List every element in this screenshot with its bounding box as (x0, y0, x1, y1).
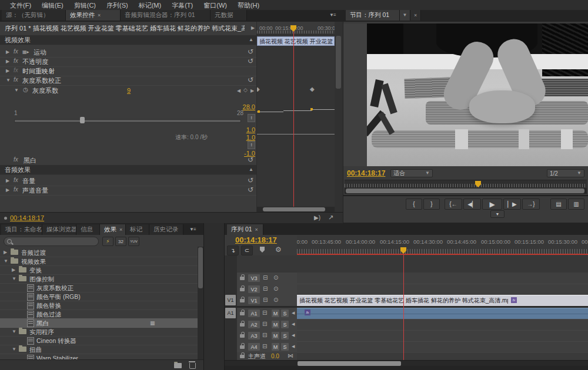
accelerated-effects-badge[interactable]: ⚡ (102, 237, 113, 246)
play-around-icon[interactable]: ▶) (314, 214, 320, 221)
expand-icon[interactable]: ▶ (6, 179, 9, 183)
effect-row-opacity[interactable]: ▶ fx 不透明度 ↺ (0, 57, 256, 67)
program-tab-dropdown[interactable]: ▼ (400, 10, 410, 21)
add-keyframe-icon[interactable]: ◇ (243, 88, 248, 93)
track-header-v3[interactable]: V3 ⊟ ⊙ (237, 273, 297, 284)
reset-icon[interactable]: ↺ (248, 48, 253, 55)
expanded-icon[interactable]: ▼ (6, 78, 11, 83)
sync-lock-icon[interactable]: ⊟ (262, 321, 267, 327)
snap-icon[interactable]: ⊂ (241, 245, 253, 255)
ecp-timecode[interactable]: 00:14:18:17 (10, 214, 44, 222)
menu-sequence[interactable]: 序列(S) (101, 1, 133, 9)
speaker-icon[interactable]: ◀ (292, 344, 295, 349)
ecp-keyframe-lane[interactable]: 00:00 00:15:00:00 00:30:00 插花视频 花艺视频 开业花… (256, 22, 335, 217)
step-forward-button[interactable]: ▏▶ (503, 199, 521, 210)
fit-dropdown[interactable]: 适合▼ (390, 169, 433, 177)
zoom-level-dropdown[interactable]: 1/2▼ (547, 169, 584, 177)
mute-button[interactable]: M (272, 332, 279, 339)
audio-effects-header[interactable]: 音频效果 ▲ (0, 165, 256, 175)
new-custom-bin-icon[interactable] (174, 363, 182, 368)
lock-icon[interactable] (240, 334, 245, 338)
speaker-icon[interactable]: ◀ (292, 333, 295, 338)
lock-icon[interactable] (240, 323, 245, 327)
master-gain-value[interactable]: 0.0 (271, 352, 279, 361)
expanded-icon[interactable]: ▼ (12, 329, 16, 334)
tree-row-cineon-converter[interactable]: Cineon 转换器 (0, 336, 198, 345)
menu-edit[interactable]: 编辑(E) (36, 1, 69, 9)
reset-icon[interactable]: ↺ (248, 186, 253, 193)
tab-program-monitor[interactable]: 节目：序列 01 (346, 10, 400, 21)
prev-keyframe-icon[interactable]: ◀ (237, 88, 240, 93)
mute-button[interactable]: M (272, 321, 279, 328)
video-clip-v1[interactable]: 插花视频 花艺视频 开业花篮 零基础花艺 婚车插花 鲜花的养护 韩式花束_高清.… (297, 295, 588, 306)
tab-source-monitor[interactable]: 源：（无剪辑） (2, 10, 66, 21)
extract-button[interactable]: ▥ (568, 199, 584, 210)
track-header-v1[interactable]: V1 ⊟ ⊙ (237, 295, 297, 307)
panel-menu-icon[interactable]: ▼≡ (329, 12, 336, 18)
track-header-a3[interactable]: A3 ⊟ M S ◀ (237, 330, 297, 342)
close-icon[interactable]: × (98, 12, 101, 18)
collapse-icon[interactable]: ▲ (249, 167, 253, 172)
lock-icon[interactable] (240, 312, 245, 315)
menu-help[interactable]: 帮助(H) (232, 1, 265, 9)
play-button[interactable]: ▶ (482, 199, 502, 210)
tree-row-gamma-correction[interactable]: 灰度系数校正 (0, 283, 198, 292)
video-effects-header[interactable]: 视频效果 ▲ (0, 35, 256, 45)
search-input[interactable] (15, 237, 96, 245)
effects-search-box[interactable] (4, 237, 99, 246)
solo-button[interactable]: S (281, 321, 289, 328)
next-keyframe-icon[interactable]: ▶ (250, 88, 254, 93)
graph-value[interactable]: 1.0 (229, 133, 255, 142)
tab-effects[interactable]: 效果× (100, 224, 126, 235)
solo-button[interactable]: S (281, 310, 289, 317)
eye-icon[interactable]: ⊙ (273, 285, 278, 292)
collapse-icon[interactable]: ▲ (249, 38, 253, 42)
gamma-slider-track[interactable] (14, 119, 241, 123)
tab-info[interactable]: 信息 (76, 224, 100, 235)
ecp-clip-bar[interactable]: 插花视频 花艺视频 开业花篮 零基础花艺 婚车插花 鲜花的养护 韩式花束_高清.… (257, 36, 335, 46)
effect-row-volume[interactable]: ▶ fx 音量 ↺ (0, 176, 256, 186)
tree-row-color-balance[interactable]: 颜色平衡 (RGB) (0, 292, 198, 301)
expand-icon[interactable]: ▶ (6, 50, 9, 55)
go-to-out-button[interactable]: →} (522, 199, 540, 210)
value-graph-expander[interactable] (248, 114, 255, 122)
param-row-gamma[interactable]: ▼ ◷ 灰度系数 9 ◀ ◇ ▶ (0, 86, 256, 95)
go-to-in-button[interactable]: {← (445, 199, 462, 210)
tree-row-black-white-selected[interactable]: 黑白 ▦ (0, 318, 198, 328)
menu-marker[interactable]: 标记(M) (133, 1, 167, 9)
sync-lock-icon[interactable]: ⊟ (263, 274, 268, 281)
fx-icon[interactable]: fx (14, 156, 18, 163)
solo-button[interactable]: S (281, 332, 289, 339)
expand-icon[interactable]: ▶ (4, 250, 7, 255)
fx-icon[interactable]: fx (14, 186, 18, 193)
expanded-icon[interactable]: ▼ (14, 88, 19, 93)
add-marker-icon[interactable] (260, 247, 265, 250)
speaker-icon[interactable]: ◀ (292, 311, 295, 315)
gamma-value[interactable]: 9 (127, 86, 131, 95)
reset-icon[interactable]: ↺ (248, 177, 253, 184)
program-scrub-ruler[interactable] (345, 180, 587, 188)
expanded-icon[interactable]: ▼ (12, 347, 16, 352)
panel-menu-icon[interactable]: ▼≡ (189, 227, 196, 232)
sync-lock-icon[interactable]: ⊟ (263, 285, 268, 292)
menu-clip[interactable]: 剪辑(C) (69, 1, 101, 9)
wrench-icon[interactable]: ⚙ (275, 245, 282, 254)
bit-depth-badge[interactable]: 32 (115, 237, 126, 246)
mark-in-button[interactable]: { (406, 199, 422, 210)
effect-row-time-remap[interactable]: ▶ fx 时间重映射 (0, 66, 256, 76)
tree-row-distort[interactable]: ▼ 扭曲 (0, 345, 198, 354)
effects-tree-scrollbar[interactable] (198, 247, 203, 359)
export-frame-icon[interactable]: ↗ (328, 214, 333, 221)
track-header-a4[interactable]: A4 ⊟ M S ◀ (237, 341, 297, 353)
sync-lock-icon[interactable]: ⊟ (263, 297, 268, 303)
tab-media-browser[interactable]: 媒体浏览器 (42, 224, 76, 235)
tree-row-utility[interactable]: ▼ 实用程序 (0, 327, 198, 337)
tree-row-video-effects[interactable]: ▼ 视频效果 (0, 257, 198, 266)
fx-icon[interactable]: fx (14, 76, 18, 83)
insert-nest-icon[interactable]: ↴ (227, 245, 239, 255)
program-timecode[interactable]: 00:14:18:17 (347, 169, 385, 177)
mute-button[interactable]: M (272, 310, 279, 317)
lock-icon[interactable] (240, 345, 245, 349)
sync-lock-icon[interactable]: ⊟ (262, 343, 267, 349)
tree-row-color-replace[interactable]: 颜色替换 (0, 301, 198, 310)
